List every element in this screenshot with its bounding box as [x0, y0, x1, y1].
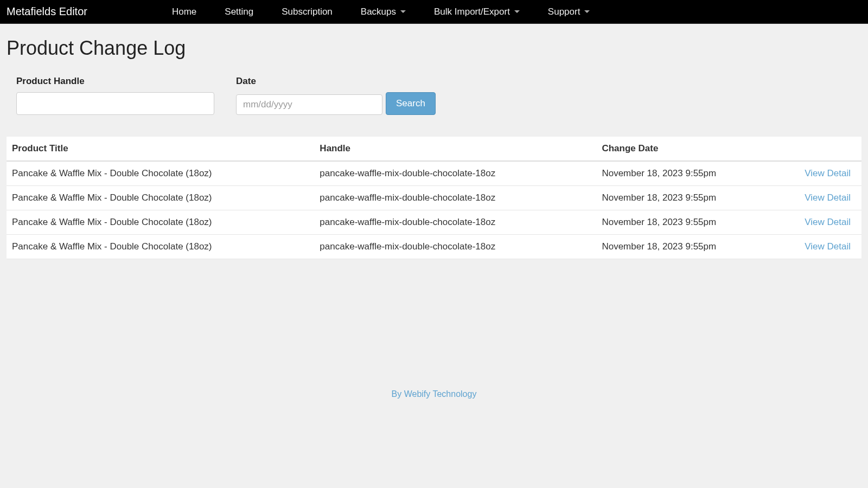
cell-handle: pancake-waffle-mix-double-chocolate-18oz	[314, 210, 596, 235]
table-row: Pancake & Waffle Mix - Double Chocolate …	[7, 235, 861, 259]
nav-setting[interactable]: Setting	[225, 7, 253, 17]
app-brand: Metafields Editor	[7, 5, 87, 18]
page-title: Product Change Log	[0, 24, 868, 69]
product-handle-label: Product Handle	[16, 76, 214, 87]
cell-product-title: Pancake & Waffle Mix - Double Chocolate …	[7, 235, 314, 259]
cell-action: View Detail	[776, 235, 861, 259]
chevron-down-icon	[400, 10, 406, 13]
cell-product-title: Pancake & Waffle Mix - Double Chocolate …	[7, 186, 314, 210]
cell-change-date: November 18, 2023 9:55pm	[596, 186, 776, 210]
search-button[interactable]: Search	[386, 92, 436, 115]
cell-product-title: Pancake & Waffle Mix - Double Chocolate …	[7, 210, 314, 235]
top-navbar: Metafields Editor Home Setting Subscript…	[0, 0, 868, 24]
product-handle-input[interactable]	[16, 92, 214, 115]
table-row: Pancake & Waffle Mix - Double Chocolate …	[7, 210, 861, 235]
nav-menu: Home Setting Subscription Backups Bulk I…	[158, 7, 604, 17]
col-action	[776, 137, 861, 161]
table-row: Pancake & Waffle Mix - Double Chocolate …	[7, 161, 861, 186]
date-search-row: Search	[236, 92, 436, 115]
chevron-down-icon	[514, 10, 520, 13]
table-header-row: Product Title Handle Change Date	[7, 137, 861, 161]
footer: By Webify Technology	[0, 389, 868, 399]
chevron-down-icon	[584, 10, 590, 13]
nav-subscription[interactable]: Subscription	[282, 7, 333, 17]
date-label: Date	[236, 76, 436, 87]
changelog-table: Product Title Handle Change Date Pancake…	[7, 137, 861, 259]
nav-support[interactable]: Support	[548, 7, 590, 17]
col-change-date: Change Date	[596, 137, 776, 161]
table-row: Pancake & Waffle Mix - Double Chocolate …	[7, 186, 861, 210]
date-input[interactable]	[236, 94, 382, 115]
nav-backups[interactable]: Backups	[361, 7, 406, 17]
changelog-table-container: Product Title Handle Change Date Pancake…	[7, 137, 861, 259]
cell-action: View Detail	[776, 186, 861, 210]
footer-credit-link[interactable]: By Webify Technology	[392, 389, 477, 399]
nav-home[interactable]: Home	[172, 7, 196, 17]
nav-bulk-label: Bulk Import/Export	[434, 7, 510, 17]
filter-form: Product Handle Date Search	[0, 69, 868, 137]
cell-action: View Detail	[776, 210, 861, 235]
cell-change-date: November 18, 2023 9:55pm	[596, 210, 776, 235]
nav-bulk-import-export[interactable]: Bulk Import/Export	[434, 7, 520, 17]
view-detail-link[interactable]: View Detail	[805, 217, 851, 227]
view-detail-link[interactable]: View Detail	[805, 168, 851, 178]
cell-product-title: Pancake & Waffle Mix - Double Chocolate …	[7, 161, 314, 186]
col-handle: Handle	[314, 137, 596, 161]
cell-change-date: November 18, 2023 9:55pm	[596, 161, 776, 186]
cell-handle: pancake-waffle-mix-double-chocolate-18oz	[314, 235, 596, 259]
product-handle-group: Product Handle	[16, 76, 214, 115]
col-product-title: Product Title	[7, 137, 314, 161]
view-detail-link[interactable]: View Detail	[805, 241, 851, 252]
nav-support-label: Support	[548, 7, 580, 17]
nav-backups-label: Backups	[361, 7, 396, 17]
cell-change-date: November 18, 2023 9:55pm	[596, 235, 776, 259]
cell-handle: pancake-waffle-mix-double-chocolate-18oz	[314, 186, 596, 210]
date-group-wrapper: Date Search	[236, 76, 436, 115]
cell-action: View Detail	[776, 161, 861, 186]
cell-handle: pancake-waffle-mix-double-chocolate-18oz	[314, 161, 596, 186]
view-detail-link[interactable]: View Detail	[805, 192, 851, 203]
